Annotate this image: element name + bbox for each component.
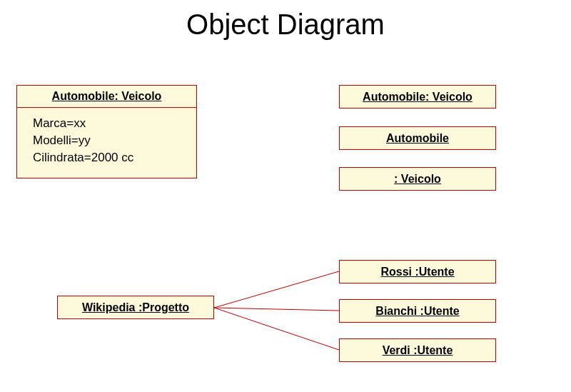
attr-row: Modelli=yy xyxy=(33,134,192,148)
attr-row: Marca=xx xyxy=(33,116,192,131)
svg-line-2 xyxy=(214,308,339,350)
object-header: Automobile: Veicolo xyxy=(17,86,196,107)
object-verdi-utente: Verdi :Utente xyxy=(339,338,496,362)
svg-line-0 xyxy=(214,271,339,308)
object-veicolo: : Veicolo xyxy=(339,167,496,191)
object-rossi-utente: Rossi :Utente xyxy=(339,260,496,283)
object-automobile: Automobile xyxy=(339,126,496,150)
object-automobile-veicolo: Automobile: Veicolo xyxy=(339,85,496,109)
attr-row: Cilindrata=2000 cc xyxy=(33,151,192,165)
svg-line-1 xyxy=(214,308,339,311)
object-automobile-detail: Automobile: Veicolo Marca=xx Modelli=yy … xyxy=(16,85,197,179)
object-bianchi-utente: Bianchi :Utente xyxy=(339,299,496,323)
object-wikipedia-progetto: Wikipedia :Progetto xyxy=(57,296,214,319)
object-attributes: Marca=xx Modelli=yy Cilindrata=2000 cc xyxy=(17,108,196,178)
diagram-title: Object Diagram xyxy=(0,9,571,41)
connector-lines xyxy=(0,0,571,392)
